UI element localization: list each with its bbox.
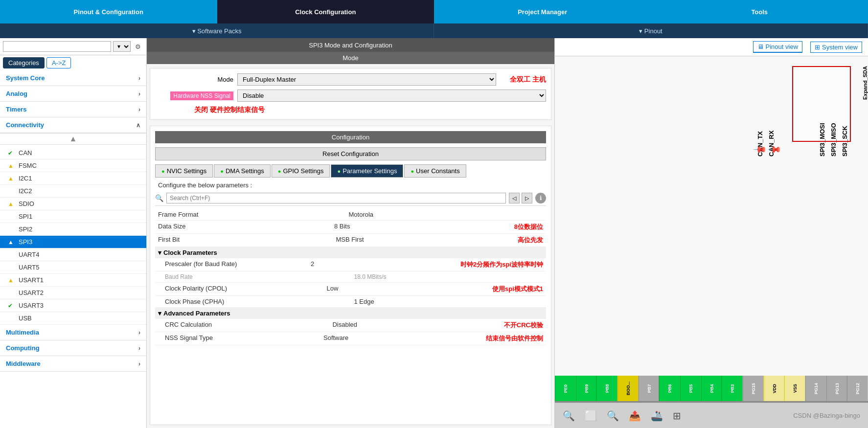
- mode-select[interactable]: Full-Duplex Master: [237, 73, 496, 86]
- pin-pb4[interactable]: PB4: [701, 376, 722, 401]
- pin-pg13[interactable]: PG13: [826, 376, 847, 401]
- zoom-in-icon[interactable]: 🔍: [563, 410, 575, 422]
- tab-nvic-label: NVIC Settings: [167, 167, 207, 175]
- param-search-input[interactable]: [166, 193, 506, 203]
- nav-pinout[interactable]: Pinout & Configuration: [0, 0, 217, 23]
- sidebar-item-usart2[interactable]: USART2: [0, 287, 146, 299]
- pinout-view-button[interactable]: 🖥 Pinout view: [753, 41, 802, 53]
- collapse-arrow[interactable]: ▲: [69, 135, 77, 143]
- sidebar-item-spi3[interactable]: ▲ SPI3: [0, 236, 146, 248]
- search-dropdown[interactable]: ▾: [113, 41, 131, 52]
- param-name-crc: CRC Calculation: [165, 321, 332, 330]
- tab-user-constants[interactable]: ● User Constants: [404, 164, 466, 178]
- sidebar-item-middleware[interactable]: Middleware ›: [0, 356, 146, 372]
- tab-parameter[interactable]: ● Parameter Settings: [331, 164, 403, 178]
- pin-pb3[interactable]: PB3: [722, 376, 743, 401]
- sidebar-item-computing[interactable]: Computing ›: [0, 340, 146, 356]
- search-nav-buttons: ◁ ▷: [509, 193, 532, 203]
- chevron-right-icon-mm: ›: [138, 329, 140, 336]
- pin-pe0[interactable]: PE0: [555, 376, 576, 401]
- sidebar-item-usart3[interactable]: ✔ USART3: [0, 299, 146, 312]
- sidebar-item-uart4[interactable]: UART4: [0, 248, 146, 261]
- params-table: Frame Format Motorola Data Size 8 Bits 8…: [155, 209, 546, 420]
- sidebar-item-spi2[interactable]: SPI2: [0, 223, 146, 236]
- pin-pg15[interactable]: PG15: [743, 376, 764, 401]
- system-view-button[interactable]: ⊞ System view: [810, 42, 862, 53]
- sidebar-item-spi1[interactable]: SPI1: [0, 210, 146, 223]
- tab-nvic[interactable]: ● NVIC Settings: [155, 164, 213, 178]
- i2c1-label: I2C1: [19, 175, 32, 182]
- param-name-first-bit: First Bit: [158, 236, 336, 245]
- param-name-data-size: Data Size: [158, 223, 334, 231]
- pin-vdd[interactable]: VDD: [764, 376, 785, 401]
- tab-param-check: ●: [337, 168, 341, 174]
- tab-uc-check: ●: [411, 168, 414, 174]
- export-icon[interactable]: 📤: [629, 410, 641, 422]
- mode-annotation: 全双工 主机: [510, 75, 546, 84]
- nav-clock[interactable]: Clock Configuration: [217, 0, 434, 23]
- sidebar-item-usart1[interactable]: ▲ USART1: [0, 274, 146, 287]
- hw-nss-label: Hardware NSS Signal: [155, 92, 233, 99]
- collapse-icon-clock: ▾: [158, 249, 161, 256]
- i2c2-label: I2C2: [19, 187, 32, 195]
- hw-nss-select[interactable]: Disable: [237, 90, 546, 102]
- tab-categories[interactable]: Categories: [3, 57, 45, 68]
- param-annotation-crc: 不开CRC校验: [504, 321, 543, 330]
- mode-section: Mode Mode Full-Duplex Master 全双工 主机 Hard…: [147, 52, 554, 123]
- sidebar-item-connectivity[interactable]: Connectivity ∧: [0, 117, 146, 133]
- configure-note: Configure the below parameters :: [155, 180, 546, 191]
- pin-boot[interactable]: BOO...: [617, 376, 639, 401]
- panel-title: SPI3 Mode and Configuration: [147, 38, 554, 52]
- pin-pb7[interactable]: PB7: [639, 376, 660, 401]
- advanced-params-label: Advanced Parameters: [163, 310, 230, 317]
- sidebar-item-i2c1[interactable]: ▲ I2C1: [0, 172, 146, 185]
- subnav-software-packs[interactable]: ▾ Software Packs: [0, 23, 434, 38]
- prev-search-button[interactable]: ◁: [509, 193, 520, 203]
- param-annotation-data-size: 8位数据位: [514, 223, 543, 231]
- sidebar-item-sdio[interactable]: ▲ SDIO: [0, 198, 146, 210]
- sidebar-item-uart5[interactable]: UART5: [0, 261, 146, 274]
- zoom-out-icon[interactable]: 🔍: [607, 410, 619, 422]
- nav-project[interactable]: Project Manager: [434, 0, 651, 23]
- clock-params-header[interactable]: ▾ Clock Parameters: [155, 247, 546, 258]
- pin-pb6[interactable]: PB6: [659, 376, 680, 401]
- status-icon-sdio: ▲: [8, 201, 16, 207]
- gear-icon[interactable]: ⚙: [133, 41, 143, 52]
- reset-config-button[interactable]: Reset Configuration: [155, 147, 546, 160]
- sidebar-item-analog[interactable]: Analog ›: [0, 86, 146, 102]
- sidebar-item-system-core[interactable]: System Core ›: [0, 70, 146, 86]
- pin-pb8[interactable]: PB8: [596, 376, 617, 401]
- tab-gpio-check: ●: [278, 168, 281, 174]
- multimedia-label: Multimedia: [6, 329, 39, 336]
- split-view-icon[interactable]: ⊞: [673, 410, 681, 422]
- pin-pg12[interactable]: PG12: [847, 376, 868, 401]
- tab-az[interactable]: A->Z: [46, 57, 71, 68]
- nav-tools[interactable]: Tools: [651, 0, 868, 23]
- param-value-cpha: 1 Edge: [354, 298, 544, 305]
- subnav-pinout[interactable]: ▾ Pinout: [434, 23, 868, 38]
- pin-pg14[interactable]: PG14: [805, 376, 826, 401]
- tab-dma[interactable]: ● DMA Settings: [214, 164, 270, 178]
- sidebar-item-usb[interactable]: USB: [0, 312, 146, 325]
- status-icon-spi3: ▲: [8, 239, 16, 246]
- sidebar-item-multimedia[interactable]: Multimedia ›: [0, 325, 146, 340]
- pin-vss[interactable]: VSS: [784, 376, 805, 401]
- next-search-button[interactable]: ▷: [522, 193, 532, 203]
- pin-pb5[interactable]: PB5: [680, 376, 701, 401]
- select-box-icon[interactable]: ⬜: [585, 410, 597, 422]
- sidebar-item-i2c2[interactable]: I2C2: [0, 185, 146, 198]
- search-input[interactable]: [3, 41, 111, 52]
- panel-title-text: SPI3 Mode and Configuration: [309, 42, 392, 49]
- analog-label: Analog: [6, 90, 27, 97]
- move-icon[interactable]: 🚢: [651, 410, 663, 422]
- param-annotation-first-bit: 高位先发: [518, 236, 543, 245]
- pin-pb9[interactable]: PB9: [576, 376, 597, 401]
- config-tabs: ● NVIC Settings ● DMA Settings ● GPIO Se…: [155, 164, 546, 178]
- sidebar-item-timers[interactable]: Timers ›: [0, 102, 146, 117]
- sidebar-item-fsmc[interactable]: ▲ FSMC: [0, 159, 146, 172]
- status-icon-i2c1: ▲: [8, 175, 16, 182]
- tab-gpio[interactable]: ● GPIO Settings: [272, 164, 330, 178]
- param-value-prescaler: 2: [311, 260, 457, 269]
- sidebar-item-can[interactable]: ✔ CAN: [0, 147, 146, 159]
- advanced-params-header[interactable]: ▾ Advanced Parameters: [155, 308, 546, 319]
